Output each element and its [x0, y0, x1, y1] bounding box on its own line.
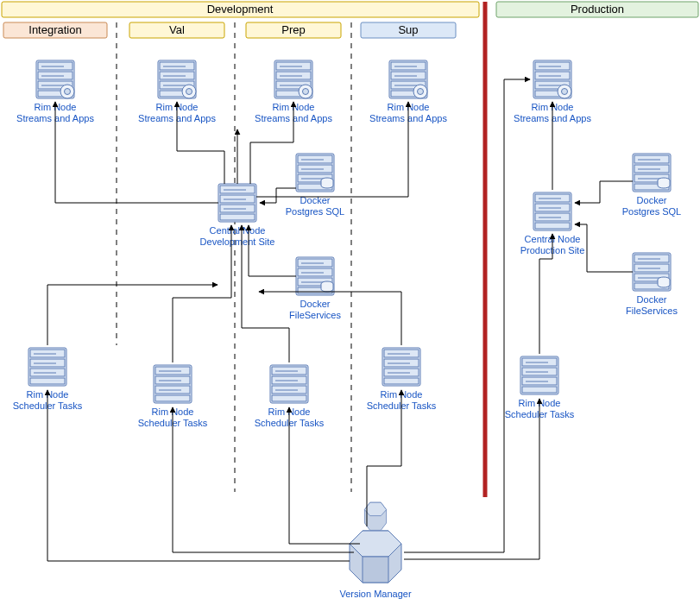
rim-streams-int — [36, 60, 74, 98]
panel-sup-title: Sup — [398, 23, 418, 36]
docker-pg-dev-l2: Postgres SQL — [286, 206, 344, 217]
panel-val-title: Val — [169, 23, 185, 36]
rim-streams-sup — [389, 60, 427, 98]
rim-streams-prod — [533, 60, 571, 98]
docker-fs-prod-l2: FileServices — [626, 306, 678, 316]
rim-sched-prod — [520, 356, 558, 394]
central-dev-l1: Central Node — [210, 225, 266, 236]
rim-sched-2 — [154, 365, 192, 403]
rim-streams-val — [158, 60, 196, 98]
version-manager-icon — [350, 502, 401, 583]
version-manager-label: Version Manager — [339, 589, 411, 599]
edge-vm-s2 — [173, 407, 354, 552]
rim-sched-1 — [28, 348, 66, 386]
edge-vm-sprod — [404, 399, 539, 559]
docker-fs-dev-l2: FileServices — [289, 310, 341, 320]
rim-sched-4 — [382, 348, 420, 386]
docker-fs-prod-l1: Docker — [637, 294, 667, 305]
panel-development-title: Development — [207, 3, 274, 16]
panel-prep-title: Prep — [281, 23, 305, 36]
edge-vm-streams-prod — [404, 79, 530, 552]
panel-integration-title: Integration — [28, 23, 81, 36]
rim-sched-3 — [270, 365, 308, 403]
central-node-dev — [218, 184, 256, 222]
edge-pgprod-cprod — [575, 181, 633, 203]
docker-pg-prod-l2: Postgres SQL — [622, 206, 681, 217]
docker-fs-prod — [633, 253, 671, 291]
docker-pg-dev — [296, 154, 334, 192]
docker-pg-prod-l1: Docker — [637, 195, 667, 205]
edge-pg-cdev — [260, 188, 296, 203]
docker-fs-dev — [296, 257, 334, 295]
edge-s1-cdev — [47, 285, 218, 345]
central-dev-l2: Development Site — [200, 236, 275, 247]
docker-fs-dev-l1: Docker — [300, 299, 331, 309]
panel-production-title: Production — [571, 3, 624, 16]
docker-pg-prod — [633, 154, 671, 192]
central-node-prod — [533, 192, 571, 230]
rim-streams-prep — [274, 60, 312, 98]
